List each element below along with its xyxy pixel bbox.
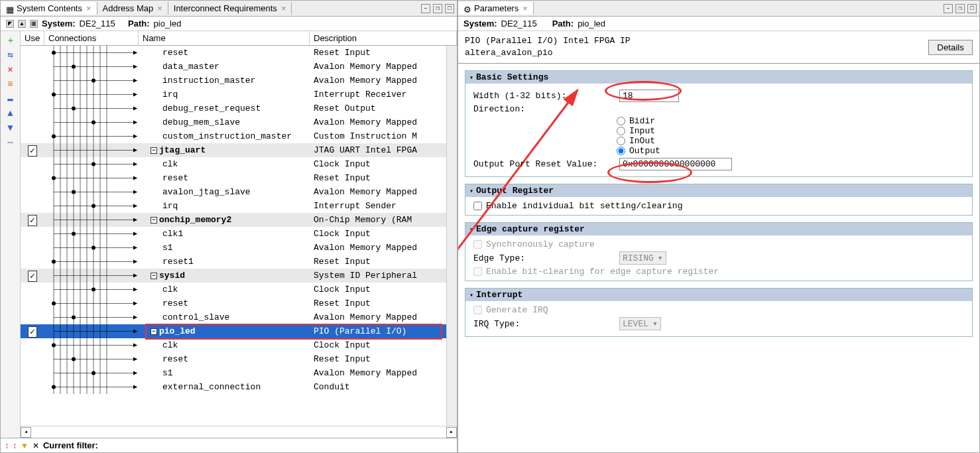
close-icon[interactable]: ×	[281, 3, 286, 13]
clear-filter-icon[interactable]: ✕	[32, 441, 39, 450]
expander-icon[interactable]: −	[151, 217, 157, 224]
group-header[interactable]: ▾Interrupt	[465, 289, 972, 301]
row-name: reset	[162, 173, 188, 183]
nav-up-icon[interactable]: ▲	[18, 20, 26, 28]
funnel-icon[interactable]: ▼	[21, 441, 29, 450]
row-name: data_master	[162, 62, 219, 72]
col-connections[interactable]: Connections	[44, 31, 139, 45]
table-row[interactable]: s1Avalon Memory Mapped	[21, 366, 457, 380]
reset-value-input[interactable]	[619, 158, 732, 170]
reorder-icon[interactable]: ≡	[5, 79, 16, 90]
table-row[interactable]: data_masterAvalon Memory Mapped	[21, 60, 457, 74]
minimize-button[interactable]: –	[421, 4, 430, 13]
table-row[interactable]: clkClock Input	[21, 338, 457, 352]
tab-address-map[interactable]: Address Map×	[97, 2, 168, 15]
expander-icon[interactable]: −	[151, 328, 157, 335]
irq-type-select: LEVEL▾	[619, 317, 661, 330]
row-desc: Custom Instruction M	[310, 131, 457, 141]
group-header[interactable]: ▾Edge capture register	[465, 223, 972, 235]
group-header[interactable]: ▾Basic Settings	[465, 71, 972, 84]
direction-radio-inout[interactable]: InOut	[617, 136, 964, 146]
edge-type-select: RISING▾	[619, 251, 666, 265]
minimize-button[interactable]: –	[944, 4, 953, 13]
row-name: reset1	[162, 257, 194, 267]
table-row[interactable]: ✓−sysidSystem ID Peripheral	[21, 269, 457, 283]
row-name: s1	[162, 243, 173, 253]
row-desc: Reset Output	[310, 103, 457, 113]
connect-icon[interactable]: ⇆	[5, 50, 16, 60]
add-icon[interactable]: ＋	[5, 35, 16, 46]
tab-interconnect[interactable]: Interconnect Requirements×	[168, 2, 292, 15]
table-row[interactable]: resetReset Input	[21, 296, 457, 310]
table-row[interactable]: custom_instruction_masterCustom Instruct…	[21, 129, 457, 143]
table-row[interactable]: clkClock Input	[21, 283, 457, 296]
table-row[interactable]: irqInterrupt Receiver	[21, 88, 457, 101]
table-row[interactable]: resetReset Input	[21, 352, 457, 366]
row-desc: Avalon Memory Mapped	[310, 76, 457, 86]
table-row[interactable]: clkClock Input	[21, 157, 457, 171]
table-row[interactable]: control_slaveAvalon Memory Mapped	[21, 310, 457, 324]
row-desc: Reset Input	[310, 298, 457, 308]
filter-bar: ↕ ↕ ▼ ✕ Current filter:	[1, 438, 457, 452]
row-desc: Avalon Memory Mapped	[310, 368, 457, 378]
row-desc: Interrupt Sender	[310, 201, 457, 211]
table-row[interactable]: debug_mem_slaveAvalon Memory Mapped	[21, 115, 457, 129]
left-toolbar: ＋ ⇆ ✕ ≡ ▬ ▲ ▼ ⋯	[1, 31, 21, 438]
move-down-icon[interactable]: ▼	[5, 123, 16, 133]
move-up-icon[interactable]: ▲	[5, 108, 16, 119]
close-icon[interactable]: ×	[157, 3, 162, 13]
filter-icon[interactable]: ↕	[13, 441, 17, 450]
nav-nw-icon[interactable]: ◤	[6, 20, 14, 28]
table-row[interactable]: external_connectionConduit	[21, 380, 457, 394]
group-header[interactable]: ▾Output Register	[465, 184, 972, 197]
table-row[interactable]: avalon_jtag_slaveAvalon Memory Mapped	[21, 185, 457, 199]
width-input[interactable]	[619, 90, 679, 102]
restore-button[interactable]: ❐	[955, 4, 965, 13]
col-name[interactable]: Name	[139, 31, 310, 45]
table-row[interactable]: reset1Reset Input	[21, 255, 457, 269]
irq-type-label: IRQ Type:	[473, 319, 613, 329]
close-icon[interactable]: ×	[86, 3, 92, 13]
table-row[interactable]: ✓−onchip_memory2On-Chip Memory (RAM	[21, 213, 457, 227]
enable-bit-setting-checkbox[interactable]: Enable individual bit setting/clearing	[473, 201, 964, 211]
table-row[interactable]: ✓−pio_ledPIO (Parallel I/O)	[21, 324, 457, 338]
table-row[interactable]: clk1Clock Input	[21, 227, 457, 241]
table-row[interactable]: instruction_masterAvalon Memory Mapped	[21, 74, 457, 88]
col-use[interactable]: Use	[21, 31, 44, 45]
maximize-button[interactable]: □	[967, 4, 977, 13]
tab-parameters[interactable]: ⚙Parameters×	[458, 2, 534, 15]
tab-system-contents[interactable]: ▦System Contents×	[1, 2, 97, 15]
table-row[interactable]: ✓−jtag_uartJTAG UART Intel FPGA	[21, 143, 457, 157]
table-row[interactable]: s1Avalon Memory Mapped	[21, 241, 457, 255]
direction-radio-bidir[interactable]: Bidir	[617, 116, 964, 126]
maximize-button[interactable]: □	[445, 4, 454, 13]
nav-grid-icon[interactable]: ▦	[30, 20, 38, 28]
row-name: sysid	[159, 271, 185, 281]
collapse-icon[interactable]: ▬	[5, 94, 16, 104]
close-icon[interactable]: ×	[522, 3, 528, 13]
row-name: avalon_jtag_slave	[162, 187, 251, 197]
table-row[interactable]: irqInterrupt Sender	[21, 199, 457, 213]
direction-radio-output[interactable]: Output	[617, 146, 964, 156]
filter-icon[interactable]: ↕	[5, 441, 9, 450]
expander-icon[interactable]: −	[151, 273, 157, 279]
delete-icon[interactable]: ✕	[5, 64, 16, 75]
table-row[interactable]: debug_reset_requestReset Output	[21, 101, 457, 115]
connection-table[interactable]: resetReset Inputdata_masterAvalon Memory…	[21, 46, 457, 426]
horizontal-scrollbar[interactable]: ◂▸	[21, 426, 457, 438]
caret-down-icon: ▾	[469, 187, 473, 195]
vertical-scrollbar[interactable]	[446, 46, 457, 426]
table-row[interactable]: resetReset Input	[21, 171, 457, 185]
table-row[interactable]: resetReset Input	[21, 46, 457, 60]
right-pathbar: System:DE2_115 Path:pio_led	[458, 17, 979, 31]
col-description[interactable]: Description	[310, 31, 457, 45]
group-edge-capture: ▾Edge capture register Synchronously cap…	[465, 222, 973, 281]
restore-button[interactable]: ❐	[433, 4, 442, 13]
row-desc: JTAG UART Intel FPGA	[310, 145, 457, 155]
row-name: clk	[162, 159, 178, 169]
direction-radio-input[interactable]: Input	[617, 126, 964, 136]
ip-title: PIO (Parallel I/O) Intel FPGA IP	[465, 35, 631, 47]
details-button[interactable]: Details	[928, 40, 973, 55]
more-icon[interactable]: ⋯	[5, 137, 16, 148]
expander-icon[interactable]: −	[151, 147, 157, 154]
